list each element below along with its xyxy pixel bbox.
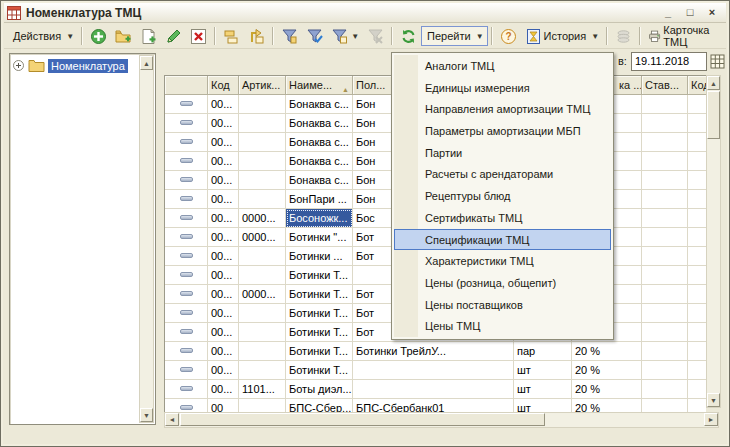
table-cell-code[interactable]: 00... <box>208 152 239 171</box>
table-cell-code[interactable]: 00... <box>208 266 239 285</box>
minimize-button[interactable]: _ <box>660 6 676 20</box>
row-marker-cell[interactable] <box>165 190 208 209</box>
scroll-right-button[interactable]: ► <box>704 413 718 426</box>
table-cell-name[interactable]: Ботинки Т... <box>286 323 353 342</box>
table-cell-code[interactable]: 00... <box>208 228 239 247</box>
table-cell-code[interactable]: 00... <box>208 285 239 304</box>
table-cell-code2[interactable] <box>688 228 706 247</box>
table-cell-np[interactable] <box>642 247 688 266</box>
menu-item[interactable]: Цены поставщиков <box>394 294 611 316</box>
menu-item[interactable]: Спецификации ТМЦ <box>394 229 611 251</box>
scroll-thumb[interactable] <box>180 413 545 426</box>
table-cell-name[interactable]: Бонаква с... <box>286 114 353 133</box>
table-cell-code[interactable]: 00... <box>208 171 239 190</box>
table-cell-unit[interactable]: шт <box>514 399 572 412</box>
table-cell-art[interactable] <box>239 323 286 342</box>
table-cell-code2[interactable] <box>688 247 706 266</box>
table-cell-code[interactable]: 00... <box>208 209 239 228</box>
filter-clear-button[interactable] <box>363 26 388 46</box>
table-cell-code2[interactable] <box>688 266 706 285</box>
row-marker-cell[interactable] <box>165 152 208 171</box>
table-cell-art[interactable] <box>239 304 286 323</box>
table-cell-code[interactable]: 00... <box>208 190 239 209</box>
refresh-button[interactable] <box>396 26 421 46</box>
table-cell-np[interactable] <box>642 209 688 228</box>
menu-item[interactable]: Расчеты с арендаторами <box>394 163 611 185</box>
add-group-button[interactable] <box>111 26 136 46</box>
table-cell-np[interactable] <box>642 171 688 190</box>
row-marker-cell[interactable] <box>165 209 208 228</box>
card-button[interactable]: Карточка ТМЦ <box>644 26 726 46</box>
scroll-thumb[interactable] <box>707 91 720 139</box>
table-cell-full[interactable] <box>353 361 514 380</box>
table-cell-art[interactable] <box>239 95 286 114</box>
table-cell-art[interactable] <box>239 342 286 361</box>
table-cell-code[interactable]: 00... <box>208 247 239 266</box>
column-header-marker[interactable] <box>165 76 208 95</box>
table-cell-name[interactable]: БонПари ... <box>286 190 353 209</box>
table-cell-name[interactable]: Боты диэл... <box>286 380 353 399</box>
menu-item[interactable]: Цены ТМЦ <box>394 315 611 337</box>
help-button[interactable]: ? <box>496 26 521 46</box>
table-cell-art[interactable]: 0000... <box>239 209 286 228</box>
table-cell-name[interactable]: Ботинки Т... <box>286 342 353 361</box>
table-cell-name[interactable]: Бонаква с... <box>286 152 353 171</box>
row-marker-cell[interactable] <box>165 361 208 380</box>
table-cell-vat[interactable]: 20 % <box>572 342 642 361</box>
row-marker-cell[interactable] <box>165 399 208 412</box>
table-cell-unit[interactable]: пар <box>514 342 572 361</box>
calendar-button[interactable] <box>709 53 726 70</box>
table-cell-name[interactable]: Ботинки Т... <box>286 266 353 285</box>
table-cell-vat[interactable]: 20 % <box>572 380 642 399</box>
scroll-down-button[interactable]: ▼ <box>140 408 153 422</box>
column-header-art[interactable]: Артик... <box>239 76 286 95</box>
table-cell-code[interactable]: 00... <box>208 342 239 361</box>
maximize-button[interactable]: □ <box>682 6 698 20</box>
table-cell-unit[interactable]: шт <box>514 380 572 399</box>
table-cell-code[interactable]: 00... <box>208 95 239 114</box>
table-cell-full[interactable] <box>353 380 514 399</box>
table-cell-np[interactable] <box>642 342 688 361</box>
table-cell-code2[interactable] <box>688 114 706 133</box>
table-cell-unit[interactable]: шт <box>514 361 572 380</box>
table-cell-code2[interactable] <box>688 95 706 114</box>
table-cell-code[interactable]: 00... <box>208 133 239 152</box>
table-cell-name[interactable]: Ботинки Т... <box>286 285 353 304</box>
row-marker-cell[interactable] <box>165 323 208 342</box>
column-header-code[interactable]: Код <box>208 76 239 95</box>
row-marker-cell[interactable] <box>165 285 208 304</box>
column-header-np[interactable]: Став... <box>642 76 688 95</box>
table-cell-code2[interactable] <box>688 152 706 171</box>
table-cell-art[interactable] <box>239 247 286 266</box>
description-button[interactable] <box>611 26 636 46</box>
table-cell-code2[interactable] <box>688 361 706 380</box>
table-cell-code[interactable]: 00... <box>208 361 239 380</box>
table-cell-full[interactable]: Ботинки ТрейлУ... <box>353 342 514 361</box>
row-marker-cell[interactable] <box>165 228 208 247</box>
filter-by-value-button[interactable] <box>302 26 327 46</box>
copy-item-button[interactable] <box>136 26 161 46</box>
scroll-up-button[interactable]: ▲ <box>140 56 153 70</box>
table-cell-code2[interactable] <box>688 323 706 342</box>
table-cell-art[interactable] <box>239 399 286 412</box>
menu-item[interactable]: Аналоги ТМЦ <box>394 55 611 77</box>
table-cell-np[interactable] <box>642 190 688 209</box>
column-header-name[interactable]: Наиме...▲ <box>286 76 353 95</box>
table-cell-np[interactable] <box>642 114 688 133</box>
table-cell-art[interactable]: 0000... <box>239 228 286 247</box>
table-cell-np[interactable] <box>642 95 688 114</box>
row-marker-cell[interactable] <box>165 171 208 190</box>
column-header-code2[interactable]: Код <box>688 76 706 95</box>
table-cell-code2[interactable] <box>688 190 706 209</box>
menu-item[interactable]: Сертификаты ТМЦ <box>394 207 611 229</box>
scroll-up-button[interactable]: ▲ <box>707 76 720 90</box>
table-cell-np[interactable] <box>642 323 688 342</box>
price-date-input[interactable]: 19.11.2018 <box>631 52 707 71</box>
table-cell-art[interactable]: 0000... <box>239 285 286 304</box>
table-cell-np[interactable] <box>642 399 688 412</box>
table-horizontal-scrollbar[interactable]: ◄ ► <box>164 412 719 428</box>
scroll-left-button[interactable]: ◄ <box>165 413 179 426</box>
row-marker-cell[interactable] <box>165 266 208 285</box>
tree-item-nomenclature[interactable]: Номенклатура <box>13 57 128 74</box>
add-item-button[interactable] <box>86 26 111 46</box>
